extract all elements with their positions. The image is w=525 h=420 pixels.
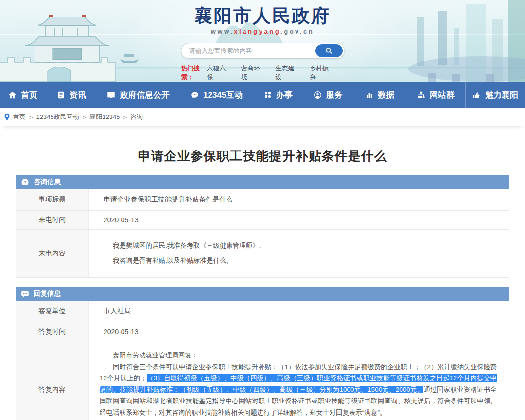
nav-label: 政府信息公开	[120, 89, 170, 101]
svg-text:?: ?	[23, 179, 26, 185]
nav-item-home[interactable]: 首页	[0, 82, 46, 108]
nav-item-charm[interactable]: 魅力襄阳	[465, 82, 525, 108]
magnifier-icon	[325, 47, 333, 55]
row-label: 答复内容	[16, 341, 89, 420]
nav-item-gov-info[interactable]: 政府信息公开	[97, 82, 179, 108]
row-label: 来电内容	[16, 230, 89, 277]
reply-bubble-icon	[20, 289, 30, 299]
breadcrumb-item-12345-interaction[interactable]: 12345政民互动	[36, 113, 79, 121]
row-value: 2020-05-13	[89, 211, 509, 229]
consult-info-table: ? 咨询信息 事项标题 申请企业参保职工技能提升补贴条件是什么 来电时间 202…	[16, 175, 509, 278]
row-value: 申请企业参保职工技能提升补贴条件是什么	[89, 189, 509, 210]
table-row: 答复单位 市人社局	[16, 301, 509, 322]
nav-item-affairs[interactable]: 办事	[254, 82, 302, 108]
nav-label: 12345互动	[203, 89, 243, 101]
news-icon	[57, 91, 65, 99]
call-content: 我是樊城区的居民,我准备考取《三级健康管理师》. 我咨询是否有补贴,以及补贴标准…	[89, 230, 509, 277]
site-title[interactable]: 襄阳市人民政府	[194, 6, 331, 27]
location-pin-icon	[4, 113, 10, 121]
nav-label: 网站群	[430, 89, 455, 101]
row-label: 来电时间	[16, 211, 89, 229]
hot-search-link[interactable]: 乡村振兴	[310, 64, 330, 82]
table-row: 事项标题 申请企业参保职工技能提升补贴条件是什么	[16, 189, 509, 211]
question-bubble-icon: ?	[20, 178, 30, 187]
table-row: 来电内容 我是樊城区的居民,我准备考取《三级健康管理师》. 我咨询是否有补贴,以…	[16, 230, 509, 278]
home-icon	[8, 91, 17, 99]
nav-label: 服务	[326, 89, 343, 101]
hot-search-link[interactable]: 生态建设	[276, 64, 296, 82]
site-banner: 襄阳市人民政府 www.xiangyang.gov.cn 热门搜索： 六稳六保 …	[0, 0, 525, 82]
thumb-up-icon	[472, 91, 481, 99]
nav-label: 数据	[378, 89, 394, 101]
table-row: 答复内容 襄阳市劳动就业管理局回复： 同时符合三个条件可以申请企业参保职工技能提…	[16, 341, 509, 420]
reply-content: 襄阳市劳动就业管理局回复： 同时符合三个条件可以申请企业参保职工技能提升补贴：（…	[89, 341, 509, 420]
nav-label: 魅力襄阳	[485, 89, 518, 101]
breadcrumb: 首页 > 12345政民互动 > 襄阳12345 > 咨询	[0, 108, 525, 126]
nav-item-services[interactable]: 服务	[302, 82, 353, 108]
breadcrumb-item-consult[interactable]: 咨询	[130, 113, 143, 121]
row-value: 市人社局	[89, 301, 509, 322]
nav-item-site-group[interactable]: 网站群	[406, 82, 465, 108]
reply-section-header: 回复信息	[16, 287, 509, 301]
nav-label: 办事	[276, 89, 293, 101]
call-content-line: 我是樊城区的居民,我准备考取《三级健康管理师》.	[100, 240, 499, 251]
row-label: 答复时间	[16, 322, 89, 341]
breadcrumb-separator: >	[29, 114, 33, 121]
search-button[interactable]	[315, 44, 343, 57]
consult-section-header: ? 咨询信息	[16, 175, 509, 189]
page-title: 申请企业参保职工技能提升补贴条件是什么	[16, 126, 509, 165]
search-input[interactable]	[181, 47, 315, 54]
table-row: 来电时间 2020-05-13	[16, 211, 509, 230]
row-label: 事项标题	[16, 189, 89, 210]
site-url: www.xiangyang.gov.cn	[211, 28, 314, 35]
person-icon	[314, 91, 322, 99]
section-title: 回复信息	[34, 289, 61, 298]
bar-chart-icon	[366, 91, 373, 99]
hot-search-link[interactable]: 营商环境	[241, 64, 262, 82]
chat-icon	[191, 91, 199, 99]
breadcrumb-separator: >	[123, 114, 127, 121]
nav-label: 资讯	[70, 89, 86, 101]
hot-search-row: 热门搜索： 六稳六保 营商环境 生态建设 乡村振兴	[181, 64, 344, 82]
main-content: 申请企业参保职工技能提升补贴条件是什么 ? 咨询信息 事项标题 申请企业参保职工…	[0, 126, 525, 420]
breadcrumb-item-home[interactable]: 首页	[13, 113, 26, 121]
search-bar	[181, 43, 345, 59]
call-content-line: 我咨询是否有补贴,以及补贴标准是什么。	[100, 255, 499, 266]
row-label: 答复单位	[16, 301, 89, 322]
sitemap-icon	[417, 91, 425, 99]
nav-item-data[interactable]: 数据	[354, 82, 406, 108]
hot-search-link[interactable]: 六稳六保	[207, 64, 228, 82]
reply-info-table: 回复信息 答复单位 市人社局 答复时间 2020-05-13 答复内容 襄阳市劳…	[16, 287, 509, 420]
open-book-icon	[106, 91, 116, 99]
section-title: 咨询信息	[34, 178, 61, 186]
breadcrumb-item-xiangyang12345[interactable]: 襄阳12345	[89, 113, 120, 121]
row-value: 2020-05-13	[89, 322, 509, 341]
hot-search-label: 热门搜索：	[181, 64, 207, 82]
reply-paragraph: 同时符合三个条件可以申请企业参保职工技能提升补贴：（1）依法参加失业保险并足额缴…	[100, 361, 497, 419]
nav-label: 首页	[21, 89, 37, 101]
breadcrumb-separator: >	[83, 114, 87, 121]
nav-item-12345[interactable]: 12345互动	[179, 82, 254, 108]
table-row: 答复时间 2020-05-13	[16, 322, 509, 341]
nav-item-news[interactable]: 资讯	[46, 82, 96, 108]
main-nav: 首页 资讯 政府信息公开 12345互动 办事 服务 数据 网站群 魅力襄阳	[0, 82, 525, 108]
grid-icon	[264, 91, 272, 99]
reply-line-intro: 襄阳市劳动就业管理局回复：	[100, 350, 497, 361]
